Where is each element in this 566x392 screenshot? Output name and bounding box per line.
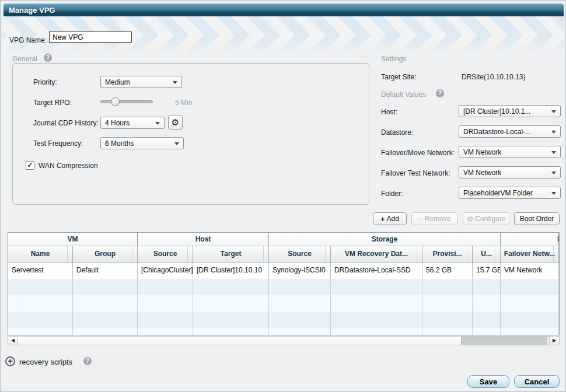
dialog-title: Manage VPG: [9, 6, 55, 15]
remove-vm-label: Remove: [425, 215, 451, 223]
rpo-value: 5 Min: [175, 99, 192, 107]
general-panel: Priority: Medium Target RPO: 5 Min Journ…: [12, 63, 369, 205]
scrollbar-track[interactable]: [462, 337, 547, 345]
save-button[interactable]: Save: [467, 375, 509, 388]
test-frequency-dropdown[interactable]: 6 Months: [100, 137, 184, 149]
group-header-vm: VM: [8, 233, 138, 246]
dropdown-arrow-icon: [155, 122, 160, 125]
configure-vm-label: Configure: [475, 215, 505, 223]
journal-cdp-label: Journal CDP History:: [33, 119, 99, 127]
wan-compression-checkbox[interactable]: ✓: [26, 161, 34, 170]
journal-cdp-dropdown[interactable]: 4 Hours: [100, 117, 165, 129]
dropdown-arrow-icon: [551, 131, 556, 134]
vpg-name-input[interactable]: [49, 32, 132, 43]
cancel-button[interactable]: Cancel: [514, 375, 560, 388]
column-header-host-target[interactable]: Target: [193, 246, 269, 262]
configure-vm-button: ⚙Configure: [463, 212, 509, 225]
failover-move-network-dropdown[interactable]: VM Network: [459, 146, 561, 158]
datastore-value: DRDatastore-Local-...: [463, 128, 531, 136]
folder-value: PlaceholderVM Folder: [463, 189, 533, 197]
expand-plus-icon: +: [8, 356, 12, 366]
recovery-scripts-label[interactable]: recovery scripts: [19, 358, 72, 366]
recovery-scripts-expand-button[interactable]: +: [5, 356, 15, 366]
add-vm-button[interactable]: +Add: [373, 212, 407, 225]
datastore-dropdown[interactable]: DRDatastore-Local-...: [459, 125, 561, 138]
save-button-label: Save: [480, 377, 497, 386]
general-section-title: General: [12, 55, 37, 63]
table-row[interactable]: Servertest Default [ChicagoCluster] [DR …: [8, 262, 559, 279]
test-frequency-value: 6 Months: [105, 139, 134, 148]
folder-dropdown[interactable]: PlaceholderVM Folder: [459, 187, 561, 199]
failover-move-network-label: Failover/Move Network:: [381, 149, 455, 157]
empty-row: [8, 312, 559, 328]
recovery-scripts-help-icon[interactable]: ?: [83, 357, 92, 365]
dropdown-arrow-icon: [173, 81, 177, 84]
dialog-titlebar: Manage VPG: [4, 4, 564, 16]
cell-failover-network: VM Network: [501, 262, 559, 279]
host-dropdown[interactable]: [DR Cluster]10.10.1...: [459, 105, 561, 117]
scroll-right-icon: ▶: [553, 338, 556, 343]
cancel-button-label: Cancel: [525, 377, 550, 386]
boot-order-button[interactable]: Boot Order: [514, 212, 560, 225]
rpo-slider-track[interactable]: [100, 100, 153, 103]
cell-recovery-datastore: DRDatastore-Local-SSD: [331, 262, 422, 279]
group-header-storage: Storage: [269, 233, 501, 246]
empty-row: [8, 295, 559, 312]
boot-order-label: Boot Order: [520, 215, 554, 223]
cell-storage-source: Synology-iSCSI0: [269, 262, 331, 279]
target-site-label: Target Site:: [381, 73, 417, 81]
table-column-header-row: Name Group Source Target Source VM Recov…: [8, 246, 559, 262]
dropdown-arrow-icon: [551, 151, 556, 154]
host-value: [DR Cluster]10.10.1...: [463, 107, 530, 116]
group-header-host: Host: [138, 233, 269, 246]
rpo-slider-thumb[interactable]: [111, 97, 120, 106]
scroll-right-button[interactable]: ▶: [549, 337, 559, 345]
gear-icon: ⚙: [467, 215, 474, 223]
cell-provisioned: 56.2 GB: [422, 262, 473, 279]
add-vm-label: Add: [387, 215, 399, 223]
manage-vpg-dialog: Manage VPG VPG Name: General ? Priority:…: [0, 0, 566, 392]
group-header-networks: Networks: [501, 233, 559, 246]
column-header-host-source[interactable]: Source: [138, 246, 193, 262]
failover-test-network-label: Failover Test Network:: [381, 169, 450, 177]
horizontal-scrollbar[interactable]: ◀ ▶: [8, 336, 560, 345]
target-rpo-label: Target RPO:: [33, 99, 72, 107]
column-header-storage-source[interactable]: Source: [269, 246, 331, 262]
checkmark-icon: ✓: [27, 161, 33, 169]
failover-test-network-dropdown[interactable]: VM Network: [459, 166, 561, 178]
column-header-group[interactable]: Group: [73, 246, 138, 262]
plus-icon: +: [380, 215, 385, 223]
gear-icon: ⚙: [172, 117, 179, 127]
cell-used: 15.7 GB: [473, 262, 501, 279]
default-values-label: Default Values: [381, 90, 426, 99]
table-group-header-row: VM Host Storage Networks: [8, 233, 559, 246]
vpg-name-label: VPG Name:: [9, 36, 47, 44]
test-frequency-label: Test Frequency:: [33, 139, 83, 148]
host-label: Host:: [381, 108, 397, 116]
general-help-icon[interactable]: ?: [44, 54, 52, 62]
wan-compression-label: WAN Compression: [39, 162, 98, 170]
journal-cdp-value: 4 Hours: [105, 119, 130, 127]
cell-host-source: [ChicagoCluster]: [138, 262, 193, 279]
cell-host-target: [DR Cluster]10.10.10: [193, 262, 269, 279]
dropdown-arrow-icon: [551, 172, 556, 174]
settings-section-title: Settings: [381, 55, 406, 63]
column-header-failover-network[interactable]: Failover Netw...: [501, 246, 559, 262]
priority-label: Priority:: [33, 78, 57, 86]
empty-rows-area: [8, 279, 559, 335]
remove-vm-button: −Remove: [411, 212, 458, 225]
cell-vm-group: Default: [73, 262, 138, 279]
empty-row: [8, 328, 559, 335]
minus-icon: −: [418, 215, 423, 223]
journal-settings-button[interactable]: ⚙: [168, 115, 183, 130]
column-header-name[interactable]: Name: [8, 246, 73, 262]
priority-dropdown[interactable]: Medium: [100, 76, 182, 88]
column-header-provisioned[interactable]: Provisi...: [422, 246, 473, 262]
scrollbar-thumb[interactable]: [18, 337, 462, 345]
column-header-vm-recovery-datastore[interactable]: VM Recovery Dat...: [331, 246, 422, 262]
dropdown-arrow-icon: [551, 192, 556, 195]
scroll-left-button[interactable]: ◀: [8, 337, 18, 345]
column-header-used[interactable]: U...: [473, 246, 501, 262]
cell-vm-name: Servertest: [8, 262, 73, 279]
default-values-help-icon[interactable]: ?: [436, 89, 444, 97]
